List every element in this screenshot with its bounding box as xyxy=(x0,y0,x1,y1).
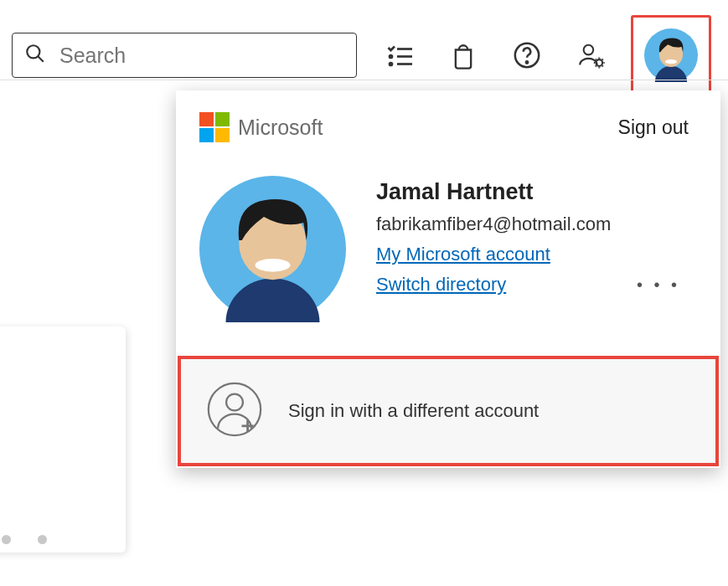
svg-point-3 xyxy=(390,55,392,58)
toolbar-divider xyxy=(0,80,728,80)
search-input[interactable] xyxy=(59,44,344,68)
card-pagination xyxy=(0,326,126,553)
microsoft-logo-icon xyxy=(199,112,230,142)
more-options-icon[interactable]: • • • xyxy=(637,275,680,295)
search-icon xyxy=(24,43,46,68)
svg-point-16 xyxy=(256,259,291,272)
help-icon[interactable] xyxy=(510,39,544,72)
sign-in-different-account-button[interactable]: Sign in with a different account xyxy=(178,356,719,466)
user-avatar-button[interactable] xyxy=(631,15,711,95)
svg-point-0 xyxy=(27,45,39,58)
settings-person-icon[interactable] xyxy=(574,39,607,72)
svg-point-5 xyxy=(390,63,392,65)
svg-point-8 xyxy=(526,61,528,63)
add-user-icon xyxy=(206,381,263,441)
svg-line-1 xyxy=(38,56,44,62)
svg-point-9 xyxy=(584,45,594,55)
svg-point-17 xyxy=(209,383,261,435)
pagination-dot[interactable] xyxy=(2,535,11,544)
switch-directory-link[interactable]: Switch directory xyxy=(376,274,506,296)
svg-point-18 xyxy=(226,394,243,411)
sign-in-different-label: Sign in with a different account xyxy=(288,400,539,422)
account-dropdown: Microsoft Sign out Jamal Hartnett fabrik… xyxy=(176,90,720,468)
profile-name: Jamal Hartnett xyxy=(376,179,697,205)
user-avatar-icon xyxy=(644,28,698,82)
shopping-bag-icon[interactable] xyxy=(447,39,480,72)
svg-point-13 xyxy=(665,59,677,64)
checklist-icon[interactable] xyxy=(383,39,416,72)
profile-email: fabrikamfiber4@hotmail.com xyxy=(376,213,697,235)
pagination-dot[interactable] xyxy=(38,535,47,544)
microsoft-logo: Microsoft xyxy=(199,112,323,142)
my-microsoft-account-link[interactable]: My Microsoft account xyxy=(376,244,697,265)
microsoft-logo-text: Microsoft xyxy=(238,116,323,140)
profile-avatar-icon xyxy=(199,176,346,322)
search-box[interactable] xyxy=(12,33,357,78)
sign-out-link[interactable]: Sign out xyxy=(618,116,689,139)
